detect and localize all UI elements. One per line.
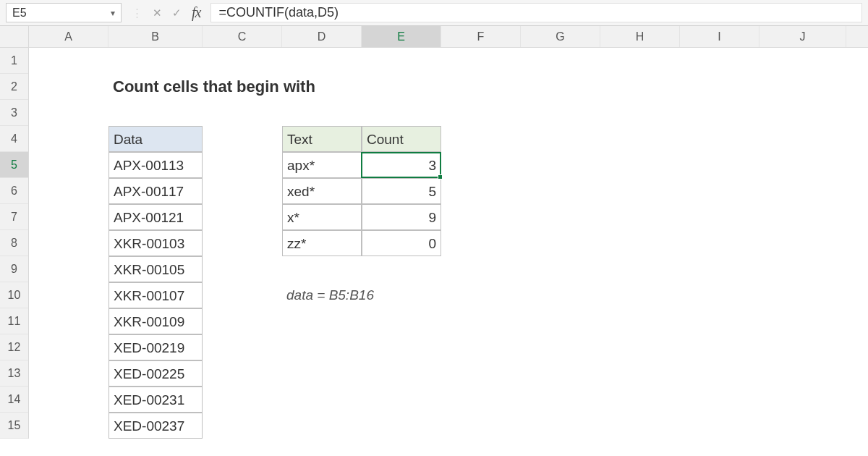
data-cell[interactable]: APX-00121 — [109, 204, 203, 230]
row-header-1[interactable]: 1 — [0, 48, 28, 74]
data-header[interactable]: Data — [109, 126, 203, 152]
data-cell[interactable]: XED-00237 — [109, 413, 203, 439]
page-title: Count cells that begin with — [109, 74, 203, 100]
name-box-value: E5 — [12, 7, 27, 20]
row-header-3[interactable]: 3 — [0, 100, 28, 126]
data-cell[interactable]: XKR-00107 — [109, 282, 203, 308]
row-header-11[interactable]: 11 — [0, 308, 28, 334]
data-cell[interactable]: APX-00113 — [109, 152, 203, 178]
col-header-F[interactable]: F — [441, 26, 521, 47]
row-header-10[interactable]: 10 — [0, 282, 28, 308]
enter-icon[interactable]: ✓ — [172, 7, 182, 20]
data-cell[interactable]: XKR-00109 — [109, 308, 203, 334]
chevron-down-icon[interactable]: ▾ — [111, 8, 115, 18]
formula-text: =COUNTIF(data,D5) — [218, 5, 339, 20]
data-cell[interactable]: XKR-00103 — [109, 230, 203, 256]
col-header-C[interactable]: C — [203, 26, 282, 47]
text-cell[interactable]: xed* — [282, 178, 362, 204]
text-header[interactable]: Text — [282, 126, 362, 152]
row-header-6[interactable]: 6 — [0, 178, 28, 204]
text-cell[interactable]: x* — [282, 204, 362, 230]
cells-area[interactable]: Count cells that begin with Data Text Co… — [29, 48, 868, 439]
data-cell[interactable]: APX-00117 — [109, 178, 203, 204]
row-header-14[interactable]: 14 — [0, 387, 28, 413]
row-header-13[interactable]: 13 — [0, 360, 28, 387]
row-header-4[interactable]: 4 — [0, 126, 28, 152]
spreadsheet: A B C D E F G H I J 1 2 3 4 5 6 7 8 9 10… — [0, 26, 868, 439]
row-header-7[interactable]: 7 — [0, 204, 28, 230]
name-box[interactable]: E5 ▾ — [6, 3, 122, 22]
data-cell[interactable]: XED-00219 — [109, 334, 203, 360]
data-cell[interactable]: XKR-00105 — [109, 256, 203, 282]
col-header-G[interactable]: G — [521, 26, 600, 47]
formula-bar: E5 ▾ ⋮ ✕ ✓ fx =COUNTIF(data,D5) — [0, 0, 868, 26]
count-cell[interactable]: 3 — [362, 152, 441, 178]
col-header-B[interactable]: B — [109, 26, 203, 47]
row-header-12[interactable]: 12 — [0, 334, 28, 360]
col-header-J[interactable]: J — [760, 26, 846, 47]
col-header-E[interactable]: E — [362, 26, 441, 47]
count-cell[interactable]: 0 — [362, 230, 441, 256]
col-header-I[interactable]: I — [680, 26, 760, 47]
formula-input[interactable]: =COUNTIF(data,D5) — [210, 3, 862, 22]
row-header-5[interactable]: 5 — [0, 152, 28, 178]
select-all-corner[interactable] — [0, 26, 29, 47]
fx-icon[interactable]: fx — [192, 4, 200, 21]
text-cell[interactable]: apx* — [282, 152, 362, 178]
data-cell[interactable]: XED-00231 — [109, 387, 203, 413]
data-cell[interactable]: XED-00225 — [109, 360, 203, 387]
formula-bar-icons: ⋮ ✕ ✓ fx — [122, 0, 210, 25]
count-cell[interactable]: 5 — [362, 178, 441, 204]
text-cell[interactable]: zz* — [282, 230, 362, 256]
column-headers: A B C D E F G H I J — [0, 26, 868, 48]
row-header-2[interactable]: 2 — [0, 74, 28, 100]
note-text: data = B5:B16 — [282, 282, 362, 308]
count-cell[interactable]: 9 — [362, 204, 441, 230]
row-header-8[interactable]: 8 — [0, 230, 28, 256]
col-header-A[interactable]: A — [29, 26, 109, 47]
row-headers: 1 2 3 4 5 6 7 8 9 10 11 12 13 14 15 — [0, 48, 29, 439]
row-header-15[interactable]: 15 — [0, 413, 28, 439]
row-header-9[interactable]: 9 — [0, 256, 28, 282]
col-header-D[interactable]: D — [282, 26, 362, 47]
count-header[interactable]: Count — [362, 126, 441, 152]
separator-icon: ⋮ — [132, 7, 142, 20]
col-header-H[interactable]: H — [600, 26, 680, 47]
cancel-icon[interactable]: ✕ — [153, 7, 162, 20]
